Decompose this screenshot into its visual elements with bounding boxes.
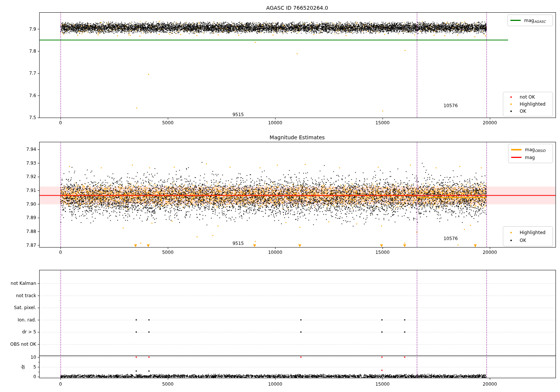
figure: AGASC ID 766520264.0 Magnitude Estimates… xyxy=(0,0,560,392)
legend-row: mag xyxy=(511,153,550,161)
dr-tick-label: 5 xyxy=(25,364,36,370)
legend-swatch-wrap xyxy=(505,111,517,112)
legend-swatch-wrap xyxy=(511,157,522,158)
x-tick-label: 20000 xyxy=(483,250,497,255)
x-tick-label: 5000 xyxy=(162,382,174,387)
x-tick-label: 15000 xyxy=(375,250,389,255)
legend-label: not OK xyxy=(520,94,535,100)
annotation-obsid: 9515 xyxy=(233,241,244,246)
x-tick-label: 20000 xyxy=(483,120,497,125)
legend-swatch-wrap xyxy=(505,232,517,233)
legend-swatch-wrap xyxy=(505,103,517,105)
legend-label: magOBSID xyxy=(525,147,545,152)
y-tick-label: 7.93 xyxy=(20,161,36,166)
y-tick-label: 7.91 xyxy=(20,188,36,193)
orange-dot-sample xyxy=(510,232,512,233)
legend-row: magAGASC xyxy=(510,16,550,24)
black-dot-sample xyxy=(510,240,512,241)
top-plot-title: AGASC ID 766520264.0 xyxy=(266,5,328,11)
x-tick-label: 15000 xyxy=(375,120,389,125)
x-tick-label: 10000 xyxy=(268,250,282,255)
dr-tick-label: 0 xyxy=(25,374,36,379)
x-tick-label: 5000 xyxy=(162,120,174,125)
x-tick-label: 20000 xyxy=(483,382,497,387)
x-tick-label: 0 xyxy=(59,120,62,125)
legend-swatch-wrap xyxy=(505,240,517,241)
y-tick-label: 7.90 xyxy=(20,202,36,207)
legend-label: mag xyxy=(525,155,535,160)
black-dot-sample xyxy=(510,111,512,112)
flag-category-label: not track xyxy=(2,293,36,298)
orange-line-sample xyxy=(511,149,522,150)
annotation-obsid: 9515 xyxy=(233,112,244,117)
legend-row: not OK xyxy=(505,93,550,100)
y-tick-label: 7.6 xyxy=(20,93,36,98)
x-tick-label: 0 xyxy=(59,382,62,387)
y-tick-label: 7.9 xyxy=(20,27,36,32)
legend-row: magOBSID xyxy=(511,146,550,153)
flag-category-label: not Kalman xyxy=(2,281,36,286)
y-tick-label: 7.94 xyxy=(20,147,36,152)
x-tick-label: 5000 xyxy=(162,250,174,255)
y-tick-label: 7.92 xyxy=(20,174,36,179)
y-tick-label: 7.7 xyxy=(20,71,36,76)
x-tick-label: 10000 xyxy=(268,120,282,125)
flag-category-label: Ion. rad. xyxy=(2,317,36,323)
middle-plot-title: Magnitude Estimates xyxy=(270,134,325,140)
y-tick-label: 7.8 xyxy=(20,49,36,54)
x-tick-label: 0 xyxy=(59,250,62,255)
legend-row: Highlighted xyxy=(505,100,550,108)
legend-middle-points: Highlighted OK xyxy=(503,226,553,246)
legend-row: OK xyxy=(505,108,550,115)
plot-canvas xyxy=(0,0,560,392)
flag-category-label: OBS not OK xyxy=(2,342,36,347)
y-tick-label: 7.89 xyxy=(20,215,36,220)
dr-tick-label: 10 xyxy=(25,355,36,360)
legend-row: Highlighted xyxy=(505,228,550,236)
green-line-sample xyxy=(510,20,521,21)
y-tick-label: 7.88 xyxy=(20,229,36,234)
legend-label: OK xyxy=(520,238,526,243)
legend-label: Highlighted xyxy=(520,230,545,235)
orange-dot-sample xyxy=(510,103,512,105)
legend-label: magAGASC xyxy=(524,18,546,23)
legend-swatch-wrap xyxy=(505,96,517,98)
annotation-obsid: 10576 xyxy=(444,103,458,108)
legend-label: OK xyxy=(520,109,526,114)
annotation-obsid: 10576 xyxy=(444,236,458,241)
y-tick-label: 7.5 xyxy=(20,115,36,120)
x-tick-label: 10000 xyxy=(268,382,282,387)
red-line-sample xyxy=(511,157,522,158)
y-tick-label: 7.87 xyxy=(20,243,36,248)
legend-mag-obsid: magOBSID mag xyxy=(508,144,553,163)
flag-category-label: dr > 5 xyxy=(2,329,36,335)
legend-mag-agasc: magAGASC xyxy=(507,15,553,26)
legend-swatch-wrap xyxy=(510,20,521,21)
legend-label: Highlighted xyxy=(520,102,545,107)
flag-category-label: Sat. pixel. xyxy=(2,305,36,310)
legend-top-points: not OK Highlighted OK xyxy=(503,92,553,116)
dr-axis-label: dr xyxy=(21,365,26,370)
legend-row: OK xyxy=(505,236,550,244)
red-dot-sample xyxy=(510,96,512,98)
x-tick-label: 15000 xyxy=(375,382,389,387)
legend-swatch-wrap xyxy=(511,149,522,150)
